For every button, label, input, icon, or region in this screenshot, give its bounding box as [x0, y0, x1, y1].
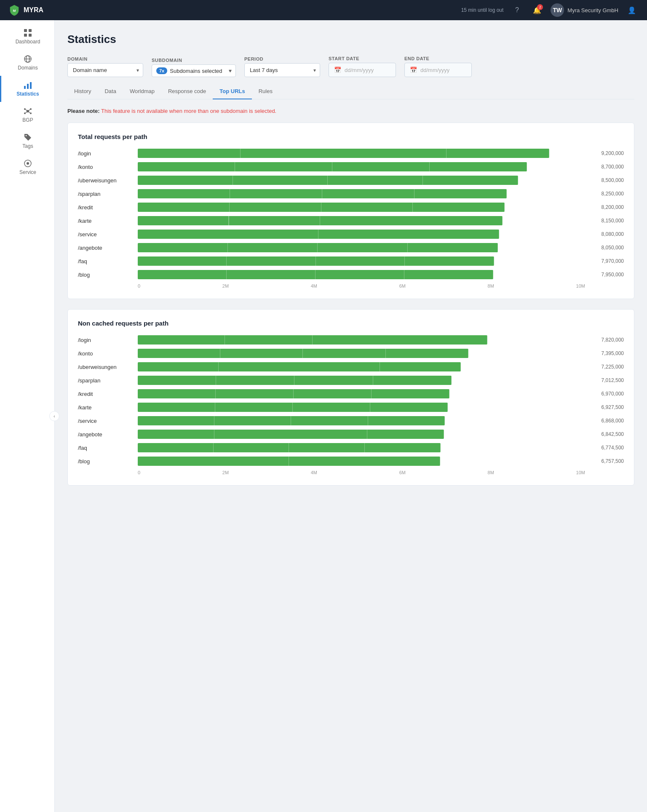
axis-label: 10M [576, 283, 585, 288]
bar-label: /karte [78, 218, 133, 224]
tab-data[interactable]: Data [98, 84, 123, 99]
svg-rect-10 [30, 82, 32, 89]
bar-container [138, 430, 585, 439]
bar-container [138, 149, 585, 158]
sidebar-item-tags[interactable]: Tags [0, 128, 54, 154]
help-button[interactable]: ? [510, 3, 524, 17]
notification-badge: 2 [537, 4, 543, 10]
sidebar-collapse-button[interactable]: ‹ [49, 411, 59, 421]
tab-worldmap[interactable]: Worldmap [123, 84, 161, 99]
user-company: Myra Security GmbH [567, 7, 618, 13]
bar-container [138, 416, 585, 425]
bar-label: /uberweisungen [78, 177, 133, 184]
end-date-placeholder: dd/mm/yyyy [420, 67, 449, 73]
svg-point-22 [27, 162, 29, 165]
domain-filter-group: DOMAIN Domain name [67, 56, 143, 77]
axis-label: 2M [222, 283, 229, 288]
noncached-chart-title: Non cached requests per path [78, 320, 624, 327]
bar-fill [138, 149, 549, 158]
end-date-input[interactable]: 📅 dd/mm/yyyy [404, 63, 472, 77]
svg-point-20 [26, 135, 27, 136]
sidebar-item-label: Service [19, 169, 36, 175]
subdomain-label: SUBDOMAIN [152, 58, 236, 63]
svg-rect-3 [24, 34, 27, 37]
sidebar-item-bgp[interactable]: BGP [0, 102, 54, 128]
subdomain-select[interactable]: 7x Subdomains selected ▾ [152, 64, 236, 77]
svg-line-18 [26, 112, 27, 113]
total-chart-title: Total requests per path [78, 133, 624, 140]
period-filter-group: PERIOD Last 7 days [244, 56, 320, 77]
bar-container [138, 349, 585, 358]
bar-row: /sparplan 8,250,000 [78, 189, 624, 198]
period-select-wrapper: Last 7 days [244, 63, 320, 77]
period-label: PERIOD [244, 56, 320, 61]
bar-label: /blog [78, 458, 133, 465]
dashboard-icon [24, 29, 32, 37]
tab-top-urls[interactable]: Top URLs [213, 84, 251, 99]
sidebar-item-service[interactable]: Service [0, 154, 54, 180]
notice-prefix: Please note: [67, 108, 100, 114]
bar-label: /sparplan [78, 377, 133, 384]
bar-label: /kredit [78, 204, 133, 211]
bar-label: /sparplan [78, 191, 133, 197]
bar-container [138, 389, 585, 398]
bar-label: /konto [78, 350, 133, 357]
period-select[interactable]: Last 7 days [244, 63, 320, 77]
bar-value: 7,012,500 [590, 377, 624, 383]
bar-row: /blog 6,757,500 [78, 457, 624, 466]
sidebar: Dashboard Domains Statistics BGP [0, 20, 55, 812]
bar-container [138, 162, 585, 171]
total-chart-axis: 02M4M6M8M10M [78, 283, 624, 288]
bar-fill [138, 243, 498, 252]
axis-label: 4M [311, 470, 317, 475]
bar-container [138, 203, 585, 212]
domain-select[interactable]: Domain name [67, 63, 143, 77]
notifications-button[interactable]: 🔔 2 [530, 3, 544, 17]
svg-line-16 [26, 110, 27, 111]
bar-fill [138, 403, 448, 412]
notice: Please note: This feature is not availab… [67, 108, 634, 114]
start-date-input[interactable]: 📅 dd/mm/yyyy [329, 63, 396, 77]
sidebar-item-label: Domains [18, 65, 37, 71]
bar-label: /konto [78, 164, 133, 170]
tab-response-code[interactable]: Response code [161, 84, 213, 99]
bar-value: 8,050,000 [590, 245, 624, 251]
myra-logo-icon: M [8, 4, 20, 16]
tab-rules[interactable]: Rules [252, 84, 279, 99]
sidebar-item-domains[interactable]: Domains [0, 50, 54, 76]
statistics-icon [24, 81, 32, 89]
bar-value: 6,842,500 [590, 431, 624, 437]
subdomain-select-wrapper: 7x Subdomains selected ▾ [152, 64, 236, 77]
bar-container [138, 403, 585, 412]
bar-label: /faq [78, 258, 133, 264]
bar-label: /angebote [78, 245, 133, 251]
axis-label: 10M [576, 470, 585, 475]
user-settings-button[interactable]: 👤 [625, 3, 639, 17]
bar-label: /login [78, 337, 133, 343]
axis-label: 0 [138, 283, 140, 288]
bar-fill [138, 216, 503, 225]
bar-fill [138, 362, 461, 371]
svg-rect-8 [24, 86, 26, 89]
logo: M MYRA [8, 4, 43, 16]
bar-value: 7,970,000 [590, 258, 624, 264]
sidebar-item-statistics[interactable]: Statistics [0, 76, 54, 102]
bar-value: 8,500,000 [590, 177, 624, 183]
bar-container [138, 189, 585, 198]
bar-label: /kredit [78, 391, 133, 397]
axis-label: 4M [311, 283, 317, 288]
service-icon [24, 159, 32, 168]
bar-row: /login 7,820,000 [78, 335, 624, 345]
bar-container [138, 376, 585, 385]
sidebar-item-dashboard[interactable]: Dashboard [0, 24, 54, 50]
topnav-right: 15 min until log out ? 🔔 2 TW Myra Secur… [461, 3, 639, 17]
bar-value: 7,950,000 [590, 272, 624, 278]
sidebar-item-label: Tags [22, 143, 33, 149]
bar-row: /kredit 6,970,000 [78, 389, 624, 398]
svg-line-19 [29, 112, 30, 113]
axis-label: 2M [222, 470, 229, 475]
tab-history[interactable]: History [67, 84, 98, 99]
subdomain-chevron-icon: ▾ [229, 68, 231, 74]
svg-rect-1 [24, 29, 27, 32]
user-menu[interactable]: TW Myra Security GmbH [551, 3, 618, 17]
